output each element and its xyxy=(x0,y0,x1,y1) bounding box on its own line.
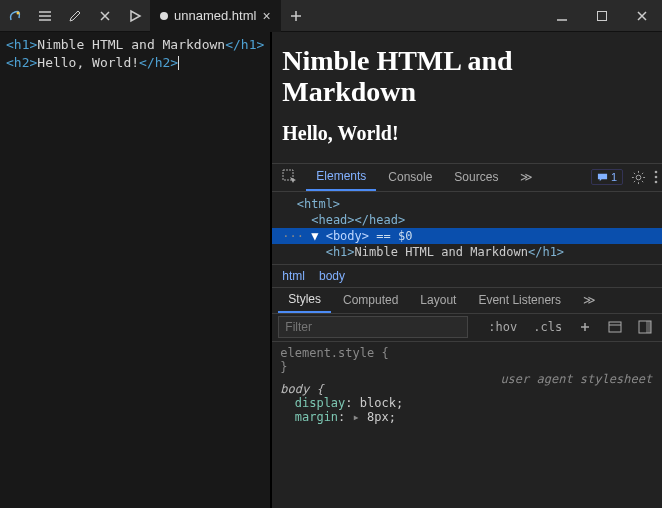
new-tab-button[interactable] xyxy=(281,9,311,23)
tools-icon[interactable] xyxy=(90,0,120,32)
dom-text: Nimble HTML and Markdown xyxy=(355,245,528,259)
expand-triangle-icon[interactable]: ▸ xyxy=(353,410,360,424)
maximize-button[interactable] xyxy=(582,0,622,32)
code-tag: <h2> xyxy=(6,55,37,70)
messages-badge[interactable]: 1 xyxy=(591,169,623,185)
cls-toggle[interactable]: .cls xyxy=(529,320,566,334)
main-split: <h1>Nimble HTML and Markdown</h1> <h2>He… xyxy=(0,32,662,508)
style-block-body[interactable]: body { display: block; margin: ▸ 8px; xyxy=(280,382,654,424)
close-window-button[interactable] xyxy=(622,0,662,32)
dom-tag: <h1> xyxy=(326,245,355,259)
code-text: Hello, World! xyxy=(37,55,139,70)
devtools-tabs: Elements Console Sources ≫ 1 xyxy=(272,164,662,192)
subtab-event-listeners[interactable]: Event Listeners xyxy=(468,287,571,313)
code-tag: </h2> xyxy=(139,55,178,70)
code-editor[interactable]: <h1>Nimble HTML and Markdown</h1> <h2>He… xyxy=(0,32,271,508)
code-tag: <h1> xyxy=(6,37,37,52)
dom-tag: <body> xyxy=(326,229,369,243)
dom-tree[interactable]: <html> <head></head> ··· ▼ <body> == $0 … xyxy=(272,192,662,264)
svg-point-3 xyxy=(636,175,641,180)
svg-point-6 xyxy=(655,181,658,184)
subtab-layout[interactable]: Layout xyxy=(410,287,466,313)
dom-eq0: == $0 xyxy=(369,229,412,243)
computed-sidebar-icon[interactable] xyxy=(604,320,626,334)
dom-tag: </h1> xyxy=(528,245,564,259)
css-val: block xyxy=(360,396,396,410)
menu-icon[interactable] xyxy=(30,0,60,32)
css-prop: margin xyxy=(295,410,338,424)
tab-elements[interactable]: Elements xyxy=(306,163,376,191)
svg-rect-1 xyxy=(598,11,607,20)
tabs-more-icon[interactable]: ≫ xyxy=(510,163,543,191)
styles-pane[interactable]: element.style { } user agent stylesheet … xyxy=(272,342,662,508)
svg-point-0 xyxy=(17,11,20,14)
titlebar: unnamed.html × xyxy=(0,0,662,32)
code-tag: </h1> xyxy=(225,37,264,52)
dom-tag: <html> xyxy=(297,197,340,211)
ua-stylesheet-label: user agent stylesheet xyxy=(500,372,652,386)
tab-unnamed[interactable]: unnamed.html × xyxy=(150,0,281,32)
tab-label: unnamed.html xyxy=(174,8,256,23)
text-cursor xyxy=(178,56,179,70)
crumb-body[interactable]: body xyxy=(319,269,345,283)
dom-row[interactable]: <head></head> xyxy=(272,212,662,228)
dom-tag: <head></head> xyxy=(311,213,405,227)
style-selector: body { xyxy=(280,382,323,396)
styles-filter-input[interactable] xyxy=(278,316,468,338)
modified-dot-icon xyxy=(160,12,168,20)
edit-icon[interactable] xyxy=(60,0,90,32)
messages-count: 1 xyxy=(611,171,617,183)
tab-console[interactable]: Console xyxy=(378,163,442,191)
style-selector: element.style { xyxy=(280,346,654,360)
html-preview: Nimble HTML and Markdown Hello, World! xyxy=(272,32,662,163)
crumb-html[interactable]: html xyxy=(282,269,305,283)
svg-rect-7 xyxy=(609,322,621,332)
preview-h1: Nimble HTML and Markdown xyxy=(282,46,652,108)
kebab-menu-icon[interactable] xyxy=(654,170,658,184)
app-logo-icon[interactable] xyxy=(0,0,30,32)
svg-point-4 xyxy=(655,171,658,174)
subtab-styles[interactable]: Styles xyxy=(278,287,331,313)
tab-sources[interactable]: Sources xyxy=(444,163,508,191)
close-tab-icon[interactable]: × xyxy=(262,8,270,24)
new-style-rule-icon[interactable] xyxy=(574,320,596,334)
minimize-button[interactable] xyxy=(542,0,582,32)
hov-toggle[interactable]: :hov xyxy=(484,320,521,334)
rendering-panel-icon[interactable] xyxy=(634,320,656,334)
preview-h2: Hello, World! xyxy=(282,122,652,145)
right-pane: Nimble HTML and Markdown Hello, World! E… xyxy=(271,32,662,508)
style-block-element[interactable]: element.style { } xyxy=(280,346,654,374)
subtab-computed[interactable]: Computed xyxy=(333,287,408,313)
styles-tabs: Styles Computed Layout Event Listeners ≫ xyxy=(272,288,662,314)
element-picker-icon[interactable] xyxy=(276,163,304,191)
svg-rect-9 xyxy=(646,321,651,333)
play-icon[interactable] xyxy=(120,0,150,32)
dom-row[interactable]: <h1>Nimble HTML and Markdown</h1> xyxy=(272,244,662,260)
devtools-panel: Elements Console Sources ≫ 1 xyxy=(272,163,662,508)
dom-breadcrumb: html body xyxy=(272,264,662,288)
settings-gear-icon[interactable] xyxy=(631,170,646,185)
svg-point-5 xyxy=(655,176,658,179)
css-prop: display xyxy=(295,396,346,410)
subtabs-more-icon[interactable]: ≫ xyxy=(573,287,606,313)
dom-row[interactable]: <html> xyxy=(272,196,662,212)
styles-filter-bar: :hov .cls xyxy=(272,314,662,342)
code-text: Nimble HTML and Markdown xyxy=(37,37,225,52)
css-val: 8px xyxy=(367,410,389,424)
dom-row-selected[interactable]: ··· ▼ <body> == $0 xyxy=(272,228,662,244)
